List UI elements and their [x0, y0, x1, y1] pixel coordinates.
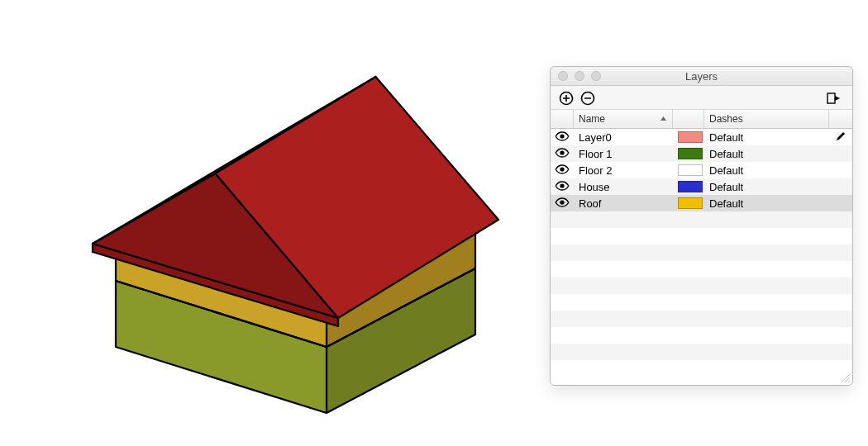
- visibility-toggle[interactable]: [551, 195, 574, 211]
- layer-name-label: Floor 2: [579, 164, 612, 177]
- layer-name-cell[interactable]: House: [574, 178, 673, 195]
- panel-titlebar[interactable]: Layers: [551, 67, 852, 86]
- layer-dashes-label: Default: [709, 197, 743, 210]
- layer-name-label: House: [579, 181, 610, 193]
- resize-handle[interactable]: [839, 372, 851, 383]
- column-dashes-label: Dashes: [709, 113, 743, 125]
- visibility-icon: [555, 181, 570, 193]
- layer-dashes-label: Default: [709, 148, 743, 160]
- layer-color-cell[interactable]: [673, 195, 704, 211]
- empty-row: [551, 327, 852, 344]
- layer-dashes-label: Default: [709, 131, 743, 144]
- svg-point-12: [560, 200, 564, 204]
- empty-row: [551, 211, 852, 228]
- add-layer-button[interactable]: [557, 89, 575, 107]
- svg-line-15: [848, 381, 850, 382]
- layer-edit-cell[interactable]: [829, 129, 852, 145]
- empty-row: [551, 278, 852, 294]
- layer-dashes-label: Default: [709, 164, 743, 177]
- visibility-icon: [555, 131, 570, 144]
- layer-edit-cell[interactable]: [829, 178, 852, 195]
- layers-list[interactable]: Layer0DefaultFloor 1DefaultFloor 2Defaul…: [551, 129, 852, 385]
- layer-dashes-cell[interactable]: Default: [704, 178, 829, 195]
- layers-header: Name Dashes: [551, 109, 852, 129]
- empty-row: [551, 294, 852, 311]
- layer-dashes-cell[interactable]: Default: [704, 162, 829, 178]
- window-controls: [551, 71, 601, 81]
- layer-color-cell[interactable]: [673, 145, 704, 162]
- svg-point-10: [560, 167, 564, 171]
- column-edit[interactable]: [829, 110, 852, 128]
- layer-dashes-cell[interactable]: Default: [704, 145, 829, 162]
- color-swatch[interactable]: [678, 131, 703, 143]
- svg-marker-7: [661, 116, 666, 121]
- remove-layer-button[interactable]: [579, 89, 597, 107]
- layer-row[interactable]: Layer0Default: [551, 129, 852, 145]
- svg-point-9: [560, 150, 564, 154]
- zoom-icon[interactable]: [591, 71, 601, 81]
- layer-options-button[interactable]: [824, 89, 842, 107]
- pencil-icon: [835, 130, 847, 145]
- empty-row: [551, 311, 852, 327]
- layer-edit-cell[interactable]: [829, 195, 852, 211]
- layer-color-cell[interactable]: [673, 162, 704, 178]
- layer-row[interactable]: Floor 2Default: [551, 162, 852, 178]
- house-model: [0, 0, 513, 446]
- svg-point-11: [560, 183, 564, 187]
- column-color[interactable]: [673, 110, 704, 128]
- layer-name-cell[interactable]: Layer0: [574, 129, 673, 145]
- empty-row: [551, 228, 852, 244]
- empty-row: [551, 360, 852, 377]
- panel-toolbar: [551, 86, 852, 109]
- visibility-icon: [555, 164, 570, 177]
- color-swatch[interactable]: [678, 148, 703, 159]
- layer-row[interactable]: Floor 1Default: [551, 145, 852, 162]
- visibility-toggle[interactable]: [551, 129, 574, 145]
- sort-asc-icon: [660, 113, 667, 125]
- layer-dashes-cell[interactable]: Default: [704, 129, 829, 145]
- svg-marker-6: [835, 96, 840, 101]
- column-name[interactable]: Name: [574, 110, 673, 128]
- empty-row: [551, 344, 852, 360]
- column-name-label: Name: [579, 113, 605, 125]
- layer-row[interactable]: RoofDefault: [551, 195, 852, 211]
- color-swatch[interactable]: [678, 181, 703, 192]
- model-viewport[interactable]: [0, 0, 513, 446]
- empty-row: [551, 244, 852, 261]
- svg-rect-5: [827, 93, 835, 103]
- layer-name-label: Roof: [579, 197, 601, 210]
- layer-row[interactable]: HouseDefault: [551, 178, 852, 195]
- visibility-toggle[interactable]: [551, 178, 574, 195]
- visibility-toggle[interactable]: [551, 145, 574, 162]
- layer-dashes-label: Default: [709, 181, 743, 193]
- minus-circle-icon: [580, 91, 595, 106]
- layer-edit-cell[interactable]: [829, 145, 852, 162]
- layer-name-cell[interactable]: Floor 1: [574, 145, 673, 162]
- column-visibility[interactable]: [551, 110, 574, 128]
- layer-name-label: Layer0: [579, 131, 612, 144]
- plus-circle-icon: [559, 91, 574, 106]
- color-swatch[interactable]: [678, 197, 703, 209]
- layer-dashes-cell[interactable]: Default: [704, 195, 829, 211]
- visibility-icon: [555, 197, 570, 210]
- visibility-toggle[interactable]: [551, 162, 574, 178]
- visibility-icon: [555, 148, 570, 160]
- layer-name-cell[interactable]: Floor 2: [574, 162, 673, 178]
- column-dashes[interactable]: Dashes: [704, 110, 829, 128]
- send-to-icon: [826, 91, 841, 106]
- layer-edit-cell[interactable]: [829, 162, 852, 178]
- layers-panel: Layers Name: [550, 66, 853, 386]
- layer-name-label: Floor 1: [579, 148, 612, 160]
- close-icon[interactable]: [558, 71, 568, 81]
- svg-point-8: [560, 134, 564, 138]
- layer-name-cell[interactable]: Roof: [574, 195, 673, 211]
- layer-color-cell[interactable]: [673, 129, 704, 145]
- color-swatch[interactable]: [678, 164, 703, 176]
- layer-color-cell[interactable]: [673, 178, 704, 195]
- minimize-icon[interactable]: [575, 71, 584, 81]
- empty-row: [551, 261, 852, 278]
